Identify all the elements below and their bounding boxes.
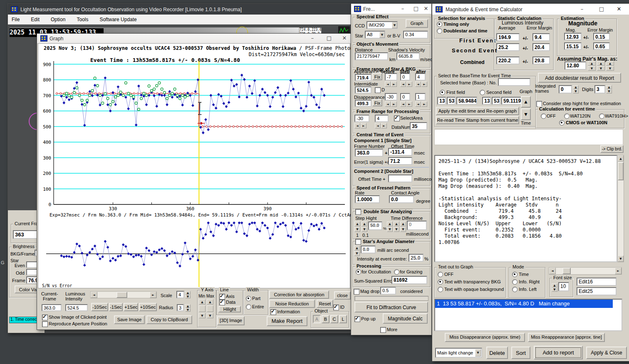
step-left-icon[interactable]: ◄	[400, 81, 406, 87]
fre-titlebar[interactable]: Fre... – □ ✕	[351, 4, 431, 14]
integrated-down-icon[interactable]: ▼	[573, 89, 579, 93]
popup-checkbox[interactable]	[354, 316, 360, 322]
font-size-field[interactable]: 10	[558, 282, 569, 291]
before-left-icon[interactable]: ◄	[385, 81, 391, 87]
output-scroll-down-icon[interactable]: ▼	[618, 256, 624, 262]
output-scroll-thumb[interactable]	[618, 162, 624, 180]
dis-before-left-icon[interactable]: ◄	[385, 101, 391, 107]
dis-step-field[interactable]: 0	[400, 93, 410, 101]
before-field[interactable]: -7	[385, 73, 397, 81]
timing-only-radio[interactable]	[437, 22, 442, 27]
td-down1-icon[interactable]: ▼	[387, 227, 393, 232]
fontsize-down-icon[interactable]: ▼	[552, 288, 557, 292]
offset-time2-field[interactable]	[388, 175, 412, 182]
second-event-avg-field[interactable]: 25.2	[496, 43, 520, 51]
textpos-right-icon[interactable]: ►	[615, 268, 622, 274]
dis-after-left-icon[interactable]: ◄	[415, 101, 421, 107]
reread-timestamp-button[interactable]: Re-read Time Stamp from current frame	[436, 116, 519, 124]
angular-up-icon[interactable]: ▲	[354, 246, 360, 251]
textout-transparency-radio[interactable]	[438, 279, 443, 285]
first-event-avg-field[interactable]: 194.9	[496, 33, 520, 41]
intensity-centre-field[interactable]: 25.0	[409, 254, 423, 262]
minus-1sec-button[interactable]: -1Sec	[109, 303, 123, 311]
bv-field[interactable]: 0.34	[403, 31, 428, 39]
after-left-icon[interactable]: ◄	[415, 81, 421, 87]
maximize-icon[interactable]: □	[595, 6, 608, 12]
integrated-frames-field[interactable]: 0	[559, 85, 572, 93]
ymax-track[interactable]	[207, 305, 213, 312]
result-text-output[interactable]: 2025-11-3 / (134)Sophrosyne / UCAC4 523-…	[434, 155, 617, 262]
sort-button[interactable]: Sort	[511, 347, 530, 359]
step-coarse-down-icon[interactable]: ▼	[354, 227, 360, 232]
text-position-scrollbar[interactable]: ◄ ►	[549, 267, 622, 275]
combined-avg-field[interactable]: 220.2	[496, 57, 520, 64]
main-titlebar[interactable]: Light Measurement tool for Occultation O…	[8, 4, 351, 15]
td-down2-icon[interactable]: ▼	[394, 227, 399, 232]
fit-diffraction-button[interactable]: Fit to Diffraction Curve	[354, 302, 428, 312]
after-field[interactable]: 4	[415, 73, 426, 81]
step-coarse-up-icon[interactable]: ▲	[354, 221, 360, 226]
estimation-err2-field[interactable]: 0.65	[593, 42, 610, 50]
textout-opaque-radio[interactable]	[438, 287, 443, 292]
step-field[interactable]: 0	[400, 73, 410, 81]
t1-min-field[interactable]: 53	[447, 97, 456, 105]
close-icon[interactable]: ✕	[422, 5, 430, 12]
first-event-err-field[interactable]: 9.4	[532, 33, 550, 41]
for-grazing-radio[interactable]	[394, 269, 399, 275]
dis-before-field[interactable]: -30	[385, 93, 397, 101]
disappearance-field[interactable]: 499.3	[355, 100, 371, 107]
velocity-field[interactable]: 6635.8	[396, 52, 420, 60]
td-down3-icon[interactable]: ▼	[400, 227, 406, 232]
copy-to-clipboard-button[interactable]: Copy to ClipBoard	[146, 315, 192, 324]
scroll-right-icon[interactable]: ►	[150, 292, 156, 298]
minimize-icon[interactable]: –	[398, 5, 408, 12]
radius-field[interactable]: 3	[177, 304, 184, 311]
intermidiate-field[interactable]: 524.5	[355, 86, 371, 93]
mag-titlebar[interactable]: Magnitude & Event time Calculator – □ ✕	[432, 4, 629, 15]
object-b-button[interactable]: B	[322, 315, 329, 323]
mag-drop-checkbox[interactable]	[354, 289, 359, 295]
intermidiate-d-checkbox[interactable]	[375, 87, 381, 93]
step-fine-up-icon[interactable]: ▲	[362, 221, 367, 226]
frame-scrollbar[interactable]: ◄ ►	[90, 291, 157, 298]
menu-file[interactable]: File	[12, 17, 20, 22]
light-change-combo-icon[interactable]: ▼	[475, 349, 481, 357]
frame-number-field[interactable]: 363.0	[355, 149, 383, 157]
ymax-down-icon[interactable]: ▼	[207, 313, 213, 318]
for-occultation-radio[interactable]	[356, 269, 361, 275]
hilight-button[interactable]: Hilight	[218, 306, 241, 312]
appearance-fix-button[interactable]: Fix	[372, 73, 382, 80]
angular-diameter-checkbox[interactable]	[355, 239, 361, 245]
time-difference-field[interactable]: 0	[407, 221, 427, 230]
t2-min-field[interactable]: 53	[492, 97, 500, 105]
proc-start-left-icon[interactable]: ◄	[354, 123, 360, 128]
show-image-checkbox[interactable]	[42, 315, 48, 320]
object-c-button[interactable]: C	[330, 315, 338, 323]
delete-button[interactable]: Delete	[486, 347, 508, 359]
menu-option[interactable]: Option	[51, 17, 65, 22]
3d-image-button[interactable]: [3D] Image	[217, 316, 245, 325]
assume-up3-icon[interactable]: ▲	[606, 61, 614, 66]
distance-field[interactable]: 217275947	[355, 52, 388, 60]
radius-down-icon[interactable]: ▼	[185, 308, 191, 312]
apply-edit-time-button[interactable]: Apply the edit time and Re-open graph	[436, 107, 519, 115]
combined-err-field[interactable]: 29.8	[532, 57, 550, 64]
rate-field[interactable]: 1.0000	[355, 195, 380, 203]
proc-end-left-icon[interactable]: ◄	[375, 123, 381, 128]
disappearance-fix-button[interactable]: Fix	[372, 99, 382, 106]
consider-step-checkbox[interactable]	[536, 101, 542, 107]
second-field-radio[interactable]	[480, 90, 485, 95]
miss-reappearance-button[interactable]: Miss Reapppearance [approx. tine]	[528, 333, 605, 342]
dis-step-left-icon[interactable]: ◄	[400, 101, 406, 107]
star-combo-icon[interactable]: ▼	[379, 32, 385, 38]
output-scroll-up-icon[interactable]: ▲	[618, 155, 624, 162]
data-checkbox[interactable]	[219, 300, 225, 305]
second-event-err-field[interactable]: 20.4	[532, 43, 550, 51]
light-curve-plot[interactable]: 0100200300400500600700800900330360390	[54, 61, 345, 204]
add-to-report-button[interactable]: Add to report	[534, 346, 583, 359]
datanum-field[interactable]: 35	[410, 122, 427, 130]
noise-reduction-button[interactable]: Noise Reduction	[269, 300, 315, 308]
t2-sec-field[interactable]: 59.1119	[501, 97, 522, 105]
minimize-icon[interactable]: –	[576, 6, 588, 12]
td-up1-icon[interactable]: ▲	[387, 221, 393, 226]
